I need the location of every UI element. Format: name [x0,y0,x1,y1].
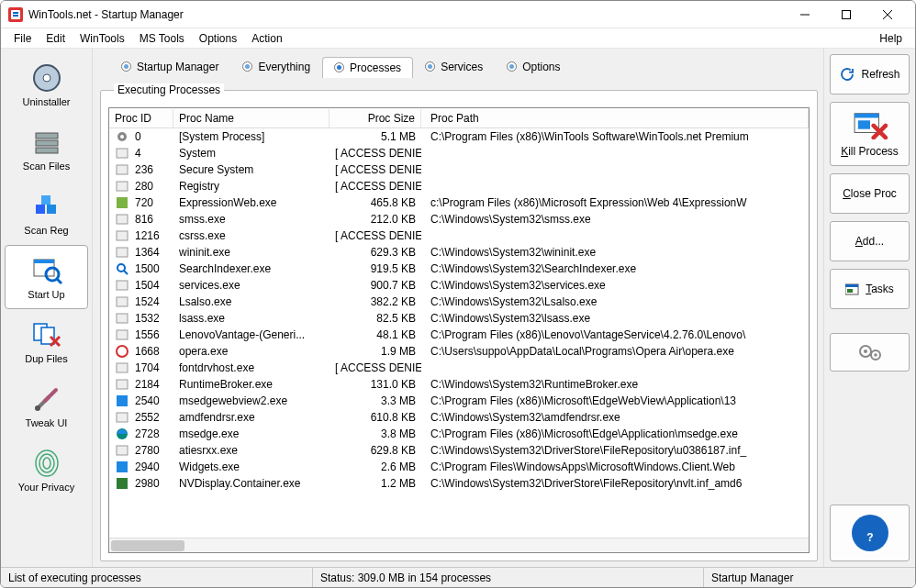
svg-rect-49 [117,478,128,489]
table-row[interactable]: 1704fontdrvhost.exe[ ACCESS DENIED ] [109,360,809,376]
svg-rect-32 [117,215,128,224]
help-button[interactable]: ? [830,505,910,561]
cell-proc-path: C:\Windows\System32\wininit.exe [421,246,809,259]
listview-body[interactable]: 0[System Process]5.1 MBC:\Program Files … [109,128,809,538]
svg-point-59 [874,353,877,356]
cell-proc-id: 2184 [129,378,173,391]
table-row[interactable]: 1504services.exe900.7 KBC:\Windows\Syste… [109,277,809,294]
sidebar-item-tweak-ui[interactable]: Tweak UI [5,373,88,438]
table-row[interactable]: 1500SearchIndexer.exe919.5 KBC:\Windows\… [109,261,809,277]
minimize-button[interactable] [784,1,825,28]
tab-options[interactable]: Options [495,56,572,77]
table-row[interactable]: 1364wininit.exe629.3 KBC:\Windows\System… [109,244,809,261]
table-row[interactable]: 236Secure System[ ACCESS DENIED ] [109,161,809,178]
maximize-button[interactable] [825,1,866,28]
col-proc-size[interactable]: Proc Size [330,109,421,128]
menu-mstools[interactable]: MS Tools [132,30,192,47]
menu-wintools[interactable]: WinTools [73,30,132,47]
menu-help[interactable]: Help [872,30,910,47]
tab-processes[interactable]: Processes [322,57,413,78]
table-row[interactable]: 1668opera.exe1.9 MBC:\Users\suppo\AppDat… [109,343,809,360]
table-row[interactable]: 2552amdfendrsr.exe610.8 KBC:\Windows\Sys… [109,409,809,426]
radio-icon [242,61,252,72]
table-row[interactable]: 720ExpressionWeb.exe465.8 KBc:\Program F… [109,194,809,211]
svg-point-9 [43,74,50,82]
col-proc-name[interactable]: Proc Name [173,109,330,128]
sidebar-item-dup-files[interactable]: Dup Files [5,309,88,373]
col-proc-path[interactable]: Proc Path [421,109,809,128]
cell-proc-path: C:\Windows\System32\DriverStore\FileRepo… [421,444,809,457]
process-icon [115,262,129,275]
sidebar-item-label: Scan Files [23,161,70,172]
sidebar-item-scan-reg[interactable]: Scan Reg [5,181,88,245]
table-row[interactable]: 2780atiesrxx.exe629.8 KBC:\Windows\Syste… [109,442,809,459]
menu-action[interactable]: Action [244,30,289,47]
col-proc-id[interactable]: Proc ID [109,109,173,128]
cell-proc-id: 2980 [129,477,173,490]
table-row[interactable]: 4System[ ACCESS DENIED ] [109,145,809,161]
cell-proc-id: 2540 [129,394,173,407]
table-row[interactable]: 2540msedgewebview2.exe3.3 MBC:\Program F… [109,393,809,409]
cell-proc-id: 4 [129,147,173,160]
svg-rect-34 [117,248,128,257]
settings-button[interactable] [830,333,910,372]
svg-line-19 [57,279,61,283]
table-row[interactable]: 0[System Process]5.1 MBC:\Program Files … [109,128,809,145]
table-row[interactable]: 280Registry[ ACCESS DENIED ] [109,178,809,194]
cell-proc-name: [System Process] [173,130,330,143]
close-button[interactable] [866,1,908,28]
cell-proc-name: LenovoVantage-(Generi... [173,328,330,341]
table-row[interactable]: 2980NVDisplay.Container.exe1.2 MBC:\Wind… [109,475,809,492]
tasks-button[interactable]: Tasks [830,269,910,309]
process-listview[interactable]: Proc ID Proc Name Proc Size Proc Path 0[… [108,107,810,553]
menu-edit[interactable]: Edit [39,30,73,47]
tab-everything[interactable]: Everything [230,56,322,77]
process-icon [115,130,129,143]
svg-rect-48 [117,461,128,472]
svg-rect-44 [117,395,128,406]
window-title: WinTools.net - Startup Manager [28,8,784,21]
close-proc-label: Close Proc [843,187,897,200]
table-row[interactable]: 2940Widgets.exe2.6 MBC:\Program Files\Wi… [109,459,809,475]
menu-options[interactable]: Options [192,30,244,47]
kill-process-button[interactable]: Kill Process [830,102,910,166]
table-row[interactable]: 2184RuntimeBroker.exe131.0 KBC:\Windows\… [109,376,809,393]
sidebar-item-scan-files[interactable]: Scan Files [5,116,88,181]
status-right: Startup Manager [704,568,915,587]
process-icon [115,477,129,490]
table-row[interactable]: 1524Lsalso.exe382.2 KBC:\Windows\System3… [109,294,809,310]
svg-rect-12 [36,148,58,153]
table-row[interactable]: 1556LenovoVantage-(Generi...48.1 KBC:\Pr… [109,327,809,343]
cell-proc-size: 3.8 MB [330,427,421,440]
cell-proc-id: 1704 [129,361,173,374]
sidebar-item-uninstaller[interactable]: Uninstaller [5,52,88,116]
cell-proc-name: atiesrxx.exe [173,444,330,457]
add-button[interactable]: Add... [830,221,910,261]
listview-header[interactable]: Proc ID Proc Name Proc Size Proc Path [109,108,809,128]
status-mid: Status: 309.0 MB in 154 processes [313,568,704,587]
tab-services[interactable]: Services [413,56,495,77]
help-icon: ? [850,513,890,553]
menubar: File Edit WinTools MS Tools Options Acti… [1,28,915,49]
table-row[interactable]: 1216csrss.exe[ ACCESS DENIED ] [109,227,809,244]
cell-proc-size: [ ACCESS DENIED ] [330,163,421,176]
close-proc-button[interactable]: Close Proc [830,173,910,214]
sidebar-item-label: Start Up [28,289,64,300]
svg-point-41 [117,346,128,357]
table-row[interactable]: 1532lsass.exe82.5 KBC:\Windows\System32\… [109,310,809,327]
table-row[interactable]: 816smss.exe212.0 KBC:\Windows\System32\s… [109,211,809,227]
cell-proc-size: 1.2 MB [330,477,421,490]
sidebar-item-start-up[interactable]: Start Up [5,245,88,309]
svg-rect-51 [855,114,878,118]
sidebar-item-your-privacy[interactable]: Your Privacy [5,438,88,502]
cell-proc-path: C:\Windows\System32\DriverStore\FileRepo… [421,477,809,490]
menu-file[interactable]: File [6,30,39,47]
cell-proc-name: SearchIndexer.exe [173,262,330,275]
table-row[interactable]: 2728msedge.exe3.8 MBC:\Program Files (x8… [109,426,809,442]
tab-startup-manager[interactable]: Startup Manager [109,56,230,77]
refresh-button[interactable]: Refresh [830,54,910,94]
kill-process-icon [853,110,888,139]
horizontal-scrollbar[interactable] [109,538,809,552]
cell-proc-size: 382.2 KB [330,295,421,308]
refresh-label: Refresh [861,68,899,81]
